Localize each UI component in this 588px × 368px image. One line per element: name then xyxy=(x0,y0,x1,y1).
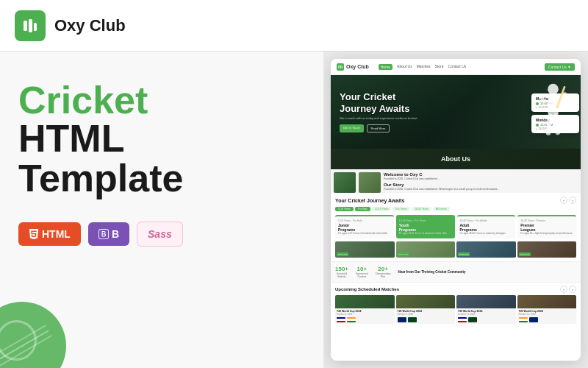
hero-get-in-touch-btn[interactable]: Get In Touch xyxy=(340,124,364,132)
flag-england-2 xyxy=(529,317,538,322)
stat-students-label: SuccessfulStudents xyxy=(335,272,348,278)
svg-rect-0 xyxy=(24,21,27,31)
read-more-1[interactable]: Read More xyxy=(337,252,348,256)
tag-for-kids[interactable]: For Kids xyxy=(355,207,370,211)
premier-desc: For ages 18+. High-level gameplay and pe… xyxy=(520,233,573,236)
photo-thumb-3: Read More xyxy=(456,241,516,258)
photo-row: Read More Read More Read More Read More xyxy=(335,241,576,258)
premier-label: 18-45 Years · Premier xyxy=(520,219,573,222)
youth-desc: For ages 13-16. Focus on advanced cricke… xyxy=(399,233,452,236)
nav-about[interactable]: About Us xyxy=(397,64,412,70)
tag-all-levels[interactable]: All Levels xyxy=(433,207,450,211)
program-cards: 5-10 Years · For Kids JuniorPrograms For… xyxy=(335,215,576,238)
sass-badge-label: Sass xyxy=(148,228,172,240)
match-teams-3 xyxy=(458,317,514,322)
cricketer-image xyxy=(533,82,573,149)
sass-badge: Sass xyxy=(137,222,183,247)
headline-html: HTML xyxy=(18,117,124,160)
stat-students: 150+ SuccessfulStudents xyxy=(335,266,348,278)
programs-prev-btn[interactable]: ‹ xyxy=(560,197,567,204)
stats-row: 150+ SuccessfulStudents 10+ ExperiencedC… xyxy=(331,261,581,282)
program-tags: 5-10 Years For Kids 13-16 Years For Teen… xyxy=(335,207,576,211)
programs-next-btn[interactable]: › xyxy=(569,197,576,204)
brand-name: Oxy Club xyxy=(54,16,126,35)
match-card-top-4 xyxy=(517,295,577,308)
left-panel: Cricket HTML Template HTML B Sass xyxy=(0,52,323,368)
mockup-logo-icon: m xyxy=(337,63,344,71)
flag-pakistan xyxy=(408,317,417,322)
youth-name: YouthPrograms xyxy=(399,223,452,232)
programs-title: Your Cricket Journey Awaits xyxy=(335,198,404,203)
nav-store[interactable]: Store xyxy=(435,64,444,70)
nav-home[interactable]: Home xyxy=(379,64,392,70)
tag-for-teens[interactable]: For Teens xyxy=(392,207,410,211)
svg-rect-7 xyxy=(546,113,553,135)
svg-rect-8 xyxy=(553,113,560,135)
flag-australia xyxy=(337,317,345,322)
match-cards: T20 World Cup 2024 October 8, 2024 T20 W… xyxy=(335,295,576,324)
junior-programs-card: 5-10 Years · For Kids JuniorPrograms For… xyxy=(335,215,394,238)
cricket-seam xyxy=(0,320,37,361)
bootstrap-badge: B xyxy=(88,222,129,246)
match-card-body-3: T20 World Cup 2024 October 11, 2024 xyxy=(456,308,516,324)
match-teams-4 xyxy=(519,317,576,322)
headline-cricket: Cricket xyxy=(18,81,305,119)
adult-label: 18-45 Years · For Adults xyxy=(460,219,513,222)
flag-india-2 xyxy=(519,317,528,322)
tag-18-45[interactable]: 18-45 Years xyxy=(412,207,431,211)
mockup-programs-section: Your Cricket Journey Awaits ‹ › 5-10 Yea… xyxy=(331,193,581,261)
mockup-header: m Oxy Club Home About Us Matches Store C… xyxy=(331,59,581,75)
match-card-body-1: T20 World Cup 2024 October 8, 2024 xyxy=(335,308,395,324)
mockup-contact-btn[interactable]: Contact Us ▼ xyxy=(545,63,575,71)
nav-matches[interactable]: Matches xyxy=(417,64,431,70)
about-para-1: Founded in 2010, Cricket Club was establ… xyxy=(384,177,578,181)
matches-next-btn[interactable]: › xyxy=(569,286,576,293)
programs-header: Your Cricket Journey Awaits ‹ › xyxy=(335,197,576,204)
adult-name: AdultPrograms xyxy=(460,223,513,232)
mockup-nav: Home About Us Matches Store Contact Us xyxy=(379,64,467,70)
hero-subtitle: Get in touch with us today and experienc… xyxy=(340,116,435,121)
svg-rect-2 xyxy=(34,23,37,31)
match-card-4: T20 World Cup 2024 October 13, 2024 xyxy=(517,295,577,324)
stat-championships-label: ChampionshipsWon xyxy=(376,272,391,278)
main-content: Cricket HTML Template HTML B Sass xyxy=(0,52,588,368)
nav-contact[interactable]: Contact Us xyxy=(448,64,467,70)
tag-5-10[interactable]: 5-10 Years xyxy=(335,207,354,211)
premier-leagues-card: 18-45 Years · Premier PremierLeagues For… xyxy=(517,215,576,238)
match-card-body-2: T20 World Cup 2024 October 9, 2024 xyxy=(396,308,456,324)
community-label: Hear from Our Thriving Cricket Community xyxy=(398,270,465,274)
matches-header: Upcoming Scheduled Matches ‹ › xyxy=(335,286,576,293)
photo-thumb-1: Read More xyxy=(335,241,395,258)
read-more-2[interactable]: Read More xyxy=(398,252,409,256)
mockup-hero: Your CricketJourney Awaits Get in touch … xyxy=(331,75,581,149)
photo-thumb-2: Read More xyxy=(396,241,456,258)
match-card-2: T20 World Cup 2024 October 9, 2024 xyxy=(396,295,456,324)
matches-title: Upcoming Scheduled Matches xyxy=(335,287,399,291)
mockup-logo-text: Oxy Club xyxy=(346,64,369,69)
headline-block: Cricket HTML Template xyxy=(18,81,305,199)
stat-championships: 20+ ChampionshipsWon xyxy=(376,266,391,278)
upcoming-matches-section: Upcoming Scheduled Matches ‹ › T20 World… xyxy=(331,282,581,327)
match-date-2: October 9, 2024 xyxy=(398,313,454,316)
right-panel: m Oxy Club Home About Us Matches Store C… xyxy=(323,52,588,368)
match-date-1: October 8, 2024 xyxy=(337,313,393,316)
match-date-4: October 13, 2024 xyxy=(519,313,576,316)
junior-name: JuniorPrograms xyxy=(338,223,391,232)
match-card-body-4: T20 World Cup 2024 October 13, 2024 xyxy=(517,308,577,324)
flag-england xyxy=(398,317,406,322)
tech-badges: HTML B Sass xyxy=(18,222,305,247)
matches-prev-btn[interactable]: ‹ xyxy=(560,286,567,293)
youth-programs-card: 13-16 Years · For Teens YouthPrograms Fo… xyxy=(396,215,455,238)
about-image-2 xyxy=(359,172,381,193)
hero-read-more-btn[interactable]: Read More xyxy=(367,124,390,132)
read-more-4[interactable]: Read More xyxy=(519,252,531,256)
matches-nav: ‹ › xyxy=(560,286,576,293)
svg-rect-1 xyxy=(29,19,32,32)
mockup-about-section: About Us Welcome to Oxy C Founded in 201… xyxy=(331,149,581,193)
flag-australia-2 xyxy=(458,317,467,322)
match-card-top-3 xyxy=(456,295,516,308)
tag-13-16[interactable]: 13-16 Years xyxy=(372,207,392,211)
about-title: About Us xyxy=(441,155,470,163)
youth-label: 13-16 Years · For Teens xyxy=(399,219,452,222)
read-more-3[interactable]: Read More xyxy=(458,252,470,256)
